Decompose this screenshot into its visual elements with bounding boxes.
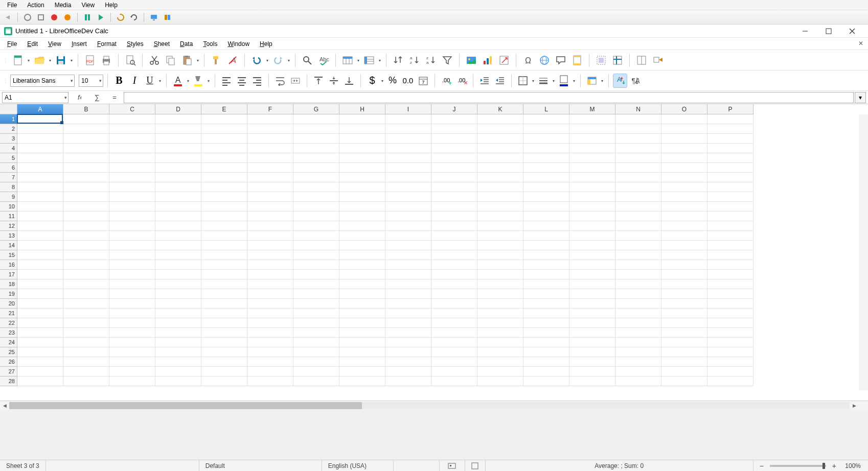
paste-button[interactable]: ▾ [179,53,195,68]
cell[interactable] [385,231,431,241]
cell[interactable] [63,338,109,347]
cell[interactable] [569,173,615,182]
cell[interactable] [293,241,339,250]
cell[interactable] [201,241,247,250]
cell[interactable] [155,270,201,279]
cell[interactable] [707,173,753,182]
cell[interactable] [615,221,661,231]
cell[interactable] [569,202,615,211]
date-button[interactable]: 7 [416,74,430,88]
cell[interactable] [17,347,63,357]
cell[interactable] [155,202,201,211]
cell[interactable] [661,173,707,182]
cell[interactable] [569,279,615,289]
cell[interactable] [63,134,109,144]
cell[interactable] [523,134,569,144]
cell[interactable] [615,357,661,367]
cell[interactable] [155,114,201,124]
cell[interactable] [661,114,707,124]
cell[interactable] [155,299,201,309]
cell[interactable] [155,134,201,144]
special-char-button[interactable]: Ω [520,53,536,68]
cell[interactable] [63,357,109,367]
clone-format-button[interactable] [209,53,224,68]
cell[interactable] [615,299,661,309]
zoom-out-button[interactable]: − [758,462,766,470]
cell[interactable] [661,211,707,221]
cell[interactable] [569,182,615,192]
cells-area[interactable] [17,114,753,386]
cell[interactable] [431,347,477,357]
cell[interactable] [523,357,569,367]
cell[interactable] [385,153,431,163]
cell[interactable] [201,134,247,144]
cell[interactable] [661,260,707,270]
cell[interactable] [431,231,477,241]
cell[interactable] [615,182,661,192]
cell[interactable] [201,338,247,347]
cell[interactable] [339,328,385,338]
cell[interactable] [477,347,523,357]
column-header[interactable]: G [293,104,339,114]
cell[interactable] [63,211,109,221]
cell[interactable] [477,318,523,328]
cell[interactable] [477,182,523,192]
cell[interactable] [109,134,155,144]
cell[interactable] [293,260,339,270]
cell[interactable] [339,347,385,357]
cell[interactable] [385,134,431,144]
cell[interactable] [615,211,661,221]
cell[interactable] [63,241,109,250]
cell[interactable] [523,289,569,299]
cell[interactable] [109,279,155,289]
column-header[interactable]: A [17,104,63,114]
column-header[interactable]: B [63,104,109,114]
cell[interactable] [661,309,707,318]
cell[interactable] [17,221,63,231]
cell[interactable] [155,221,201,231]
column-header[interactable]: E [201,104,247,114]
cell[interactable] [523,241,569,250]
cell[interactable] [201,357,247,367]
cell[interactable] [109,357,155,367]
cell[interactable] [615,309,661,318]
cell[interactable] [523,318,569,328]
language-label[interactable]: English (USA) [322,460,394,471]
cell[interactable] [339,144,385,153]
cell[interactable] [155,367,201,376]
cell[interactable] [247,318,293,328]
cell[interactable] [431,270,477,279]
cell[interactable] [385,192,431,202]
cell[interactable] [17,309,63,318]
cell[interactable] [431,367,477,376]
cell[interactable] [247,279,293,289]
cell[interactable] [523,211,569,221]
cell[interactable] [201,124,247,134]
row-header[interactable]: 18 [0,279,17,289]
cell[interactable] [707,124,753,134]
cell[interactable] [63,231,109,241]
formula-expand-button[interactable]: ▾ [855,92,866,103]
highlight-button[interactable]: ▾ [191,74,205,88]
merge-cells-button[interactable] [288,74,303,88]
column-header[interactable]: I [385,104,431,114]
row-header[interactable]: 2 [0,124,17,134]
cell[interactable] [201,328,247,338]
cell[interactable] [63,144,109,153]
cell[interactable] [339,134,385,144]
cell[interactable] [385,211,431,221]
cell[interactable] [707,211,753,221]
cell[interactable] [109,299,155,309]
cell[interactable] [431,211,477,221]
cell[interactable] [201,279,247,289]
cell[interactable] [155,357,201,367]
cell[interactable] [247,328,293,338]
back-icon[interactable] [2,12,13,23]
selection-mode-button[interactable] [440,460,465,471]
cell[interactable] [109,173,155,182]
cell[interactable] [707,289,753,299]
cell[interactable] [385,357,431,367]
cell[interactable] [385,338,431,347]
insert-mode-label[interactable] [394,460,440,471]
cell[interactable] [615,231,661,241]
